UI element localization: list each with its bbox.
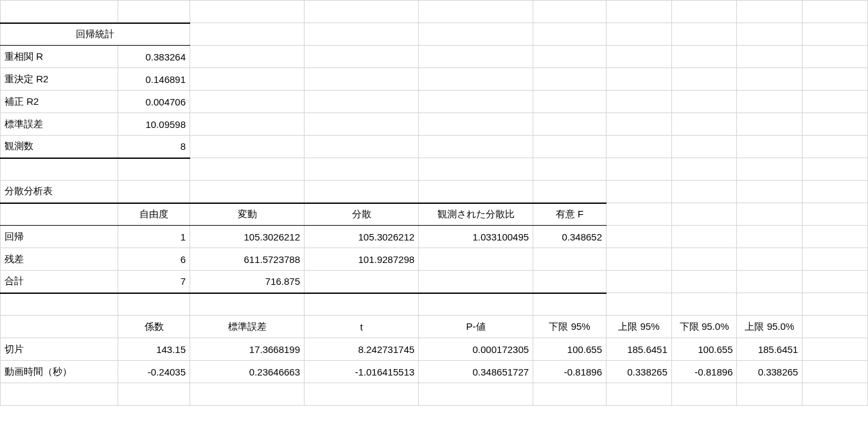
coef-value: 0.338265	[607, 361, 672, 383]
stat-value: 10.09598	[118, 113, 190, 136]
anova-value: 716.875	[190, 271, 305, 293]
anova-value: 0.348652	[533, 226, 607, 248]
table-row[interactable]: 残差 6 611.5723788 101.9287298	[1, 248, 868, 271]
anova-header-row[interactable]: 自由度 変動 分散 観測された分散比 有意 F	[1, 203, 868, 226]
stat-value: 0.146891	[118, 68, 190, 91]
coef-value: -1.016415513	[305, 361, 419, 383]
anova-label: 回帰	[1, 226, 118, 248]
table-row[interactable]: 観測数 8	[1, 136, 868, 158]
stat-value: 8	[118, 136, 190, 158]
table-row[interactable]: 重決定 R2 0.146891	[1, 68, 868, 91]
table-row[interactable]: 補正 R2 0.004706	[1, 91, 868, 113]
anova-f-header: 観測された分散比	[419, 203, 533, 226]
table-row[interactable]: 重相関 R 0.383264	[1, 46, 868, 68]
coef-value: 0.23646663	[190, 361, 305, 383]
table-row[interactable]: 回帰 1 105.3026212 105.3026212 1.033100495…	[1, 226, 868, 248]
coef-value: 100.655	[671, 338, 737, 361]
coef-value: 8.242731745	[305, 338, 419, 361]
coef-value: -0.81896	[671, 361, 737, 383]
regression-stats-title: 回帰統計	[1, 23, 190, 46]
coef-header: 下限 95.0%	[671, 316, 737, 338]
coef-value: -0.81896	[533, 361, 607, 383]
coef-header: P-値	[419, 316, 533, 338]
anova-value: 6	[118, 248, 190, 271]
anova-value: 105.3026212	[305, 226, 419, 248]
table-row[interactable]	[1, 158, 868, 181]
coef-label: 切片	[1, 338, 118, 361]
anova-title-row[interactable]: 分散分析表	[1, 181, 868, 203]
stat-value: 0.004706	[118, 91, 190, 113]
coef-header: t	[305, 316, 419, 338]
coef-header: 係数	[118, 316, 190, 338]
table-row[interactable]	[1, 1, 868, 23]
coef-value: 0.338265	[737, 361, 802, 383]
coef-value: 17.3668199	[190, 338, 305, 361]
table-row[interactable]	[1, 293, 868, 316]
table-row[interactable]: 標準誤差 10.09598	[1, 113, 868, 136]
regression-stats-header[interactable]: 回帰統計	[1, 23, 868, 46]
anova-value	[419, 271, 533, 293]
coef-label: 動画時間（秒）	[1, 361, 118, 383]
anova-value: 1	[118, 226, 190, 248]
coef-value: 100.655	[533, 338, 607, 361]
coef-header: 上限 95%	[607, 316, 672, 338]
coef-value: 0.000172305	[419, 338, 533, 361]
coef-header: 上限 95.0%	[737, 316, 802, 338]
coef-value: 185.6451	[607, 338, 672, 361]
stat-label: 重決定 R2	[1, 68, 118, 91]
anova-label: 残差	[1, 248, 118, 271]
anova-value	[419, 248, 533, 271]
coef-header: 下限 95%	[533, 316, 607, 338]
anova-title: 分散分析表	[1, 181, 118, 203]
anova-value: 7	[118, 271, 190, 293]
anova-value	[305, 271, 419, 293]
anova-value	[533, 248, 607, 271]
stat-label: 標準誤差	[1, 113, 118, 136]
regression-output-table: 回帰統計 重相関 R 0.383264 重決定 R2 0.146891 補正 R…	[0, 0, 868, 406]
coef-header: 標準誤差	[190, 316, 305, 338]
anova-ss-header: 変動	[190, 203, 305, 226]
stat-value: 0.383264	[118, 46, 190, 68]
coef-header-row[interactable]: 係数 標準誤差 t P-値 下限 95% 上限 95% 下限 95.0% 上限 …	[1, 316, 868, 338]
stat-label: 観測数	[1, 136, 118, 158]
table-row[interactable]	[1, 383, 868, 406]
anova-value	[533, 271, 607, 293]
table-row[interactable]: 切片 143.15 17.3668199 8.242731745 0.00017…	[1, 338, 868, 361]
anova-df-header: 自由度	[118, 203, 190, 226]
anova-value: 101.9287298	[305, 248, 419, 271]
anova-ms-header: 分散	[305, 203, 419, 226]
coef-value: 143.15	[118, 338, 190, 361]
anova-sigf-header: 有意 F	[533, 203, 607, 226]
coef-value: 0.348651727	[419, 361, 533, 383]
table-row[interactable]: 動画時間（秒） -0.24035 0.23646663 -1.016415513…	[1, 361, 868, 383]
stat-label: 補正 R2	[1, 91, 118, 113]
stat-label: 重相関 R	[1, 46, 118, 68]
anova-value: 611.5723788	[190, 248, 305, 271]
table-row[interactable]: 合計 7 716.875	[1, 271, 868, 293]
coef-value: -0.24035	[118, 361, 190, 383]
coef-value: 185.6451	[737, 338, 802, 361]
anova-value: 105.3026212	[190, 226, 305, 248]
anova-label: 合計	[1, 271, 118, 293]
anova-value: 1.033100495	[419, 226, 533, 248]
